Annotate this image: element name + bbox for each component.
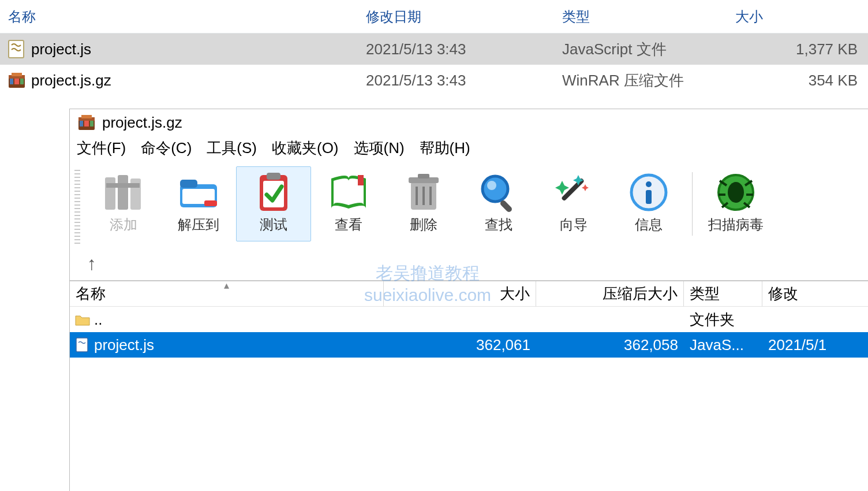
open-book-icon — [326, 169, 372, 215]
svg-rect-24 — [358, 175, 364, 185]
col-size[interactable]: 大小 — [384, 281, 536, 306]
file-size: 1,377 KB — [717, 40, 868, 58]
winrar-column-header[interactable]: ▴ 名称 大小 压缩后大小 类型 修改 — [70, 280, 868, 307]
svg-rect-3 — [12, 73, 22, 76]
svg-point-32 — [487, 181, 496, 190]
svg-rect-18 — [180, 180, 197, 188]
magic-wand-icon — [551, 169, 597, 215]
js-file-icon — [74, 337, 91, 353]
svg-rect-46 — [76, 338, 88, 352]
toolbar-label: 查看 — [335, 215, 362, 234]
explorer-column-header[interactable]: 名称 修改日期 类型 大小 — [0, 0, 868, 34]
explorer-row[interactable]: project.js.gz 2021/5/13 3:43 WinRAR 压缩文件… — [0, 65, 868, 96]
js-file-icon — [7, 39, 27, 59]
row-name: .. — [94, 311, 102, 329]
row-type: JavaS... — [684, 336, 762, 354]
clipboard-check-icon — [250, 169, 297, 215]
trash-icon — [401, 169, 447, 215]
explorer-col-size[interactable]: 大小 — [735, 8, 868, 26]
svg-rect-6 — [20, 79, 24, 84]
col-compressed-size[interactable]: 压缩后大小 — [536, 281, 684, 306]
toolbar-find-button[interactable]: 查找 — [461, 166, 536, 241]
menu-file[interactable]: 文件(F) — [77, 138, 126, 158]
row-type: 文件夹 — [684, 310, 762, 330]
svg-point-39 — [728, 182, 744, 203]
svg-rect-9 — [81, 115, 92, 118]
toolbar-separator — [692, 172, 693, 236]
explorer-col-type[interactable]: 类型 — [562, 8, 735, 26]
svg-rect-12 — [90, 121, 93, 127]
toolbar-grip[interactable] — [74, 169, 80, 244]
menu-help[interactable]: 帮助(H) — [420, 138, 470, 158]
archive-file-icon — [7, 70, 27, 90]
menu-options[interactable]: 选项(N) — [354, 138, 405, 158]
toolbar-view-button[interactable]: 查看 — [311, 166, 386, 241]
svg-rect-4 — [14, 79, 19, 84]
svg-rect-13 — [105, 177, 115, 210]
svg-point-36 — [646, 181, 652, 187]
toolbar-label: 向导 — [560, 215, 588, 234]
toolbar-add-button[interactable]: 添加 — [86, 166, 161, 241]
file-type: JavaScript 文件 — [562, 39, 717, 59]
file-date: 2021/5/13 3:43 — [366, 40, 562, 58]
toolbar-label: 测试 — [260, 215, 287, 234]
file-name: project.js — [31, 40, 91, 58]
winrar-row-file[interactable]: project.js 362,061 362,058 JavaS... 2021… — [70, 332, 868, 358]
file-name: project.js.gz — [31, 72, 111, 90]
folder-icon — [74, 311, 91, 328]
toolbar-label: 添加 — [110, 215, 137, 234]
col-type[interactable]: 类型 — [684, 281, 762, 306]
row-size: 362,061 — [384, 336, 536, 354]
svg-rect-5 — [10, 79, 13, 84]
toolbar-label: 查找 — [485, 215, 512, 234]
toolbar-label: 解压到 — [178, 215, 219, 234]
svg-rect-27 — [418, 174, 429, 178]
winrar-window: project.js.gz 文件(F) 命令(C) 工具(S) 收藏夹(O) 选… — [69, 109, 868, 491]
explorer-row[interactable]: project.js 2021/5/13 3:43 JavaScript 文件 … — [0, 34, 868, 65]
toolbar-label: 信息 — [635, 215, 663, 234]
toolbar-test-button[interactable]: 测试 — [236, 166, 311, 241]
menu-tools[interactable]: 工具(S) — [207, 138, 257, 158]
row-modified: 2021/5/1 — [762, 336, 868, 354]
toolbar-delete-button[interactable]: 删除 — [386, 166, 461, 241]
svg-rect-10 — [84, 121, 89, 127]
col-modified[interactable]: 修改 — [762, 281, 868, 306]
sort-indicator-icon: ▴ — [224, 279, 229, 292]
folder-open-icon — [175, 169, 222, 215]
toolbar-info-button[interactable]: 信息 — [611, 166, 686, 241]
row-name: project.js — [94, 336, 154, 354]
toolbar-label: 删除 — [410, 215, 437, 234]
svg-rect-37 — [646, 190, 652, 204]
menu-favorites[interactable]: 收藏夹(O) — [272, 138, 339, 158]
books-stack-icon — [100, 169, 147, 215]
virus-scan-icon — [713, 169, 759, 215]
explorer-col-date[interactable]: 修改日期 — [366, 8, 562, 26]
winrar-title-text: project.js.gz — [102, 114, 182, 132]
magnifier-icon — [476, 169, 522, 215]
col-name[interactable]: ▴ 名称 — [70, 281, 384, 306]
winrar-titlebar[interactable]: project.js.gz — [70, 109, 868, 138]
svg-rect-14 — [118, 175, 128, 210]
toolbar-label: 扫描病毒 — [708, 215, 764, 234]
explorer-col-name[interactable]: 名称 — [8, 8, 366, 26]
toolbar-wizard-button[interactable]: 向导 — [536, 166, 611, 241]
winrar-menubar[interactable]: 文件(F) 命令(C) 工具(S) 收藏夹(O) 选项(N) 帮助(H) — [70, 138, 868, 164]
info-icon — [626, 169, 672, 215]
toolbar-scan-button[interactable]: 扫描病毒 — [698, 166, 773, 241]
file-size: 354 KB — [717, 72, 868, 90]
svg-rect-20 — [204, 200, 217, 206]
winrar-row-parent[interactable]: .. 文件夹 — [70, 307, 868, 332]
menu-command[interactable]: 命令(C) — [141, 138, 192, 158]
svg-rect-16 — [106, 183, 140, 188]
svg-rect-11 — [80, 121, 83, 127]
toolbar-extract-button[interactable]: 解压到 — [161, 166, 236, 241]
file-date: 2021/5/13 3:43 — [366, 72, 562, 90]
svg-point-31 — [482, 176, 508, 202]
row-csize: 362,058 — [536, 336, 684, 354]
winrar-toolbar: 添加 解压到 测试 查看 删除 — [70, 164, 868, 248]
svg-rect-33 — [499, 199, 513, 213]
winrar-app-icon — [77, 113, 96, 132]
file-type: WinRAR 压缩文件 — [562, 70, 717, 91]
svg-rect-23 — [267, 173, 280, 180]
nav-up-button[interactable]: ↑ — [70, 248, 868, 280]
